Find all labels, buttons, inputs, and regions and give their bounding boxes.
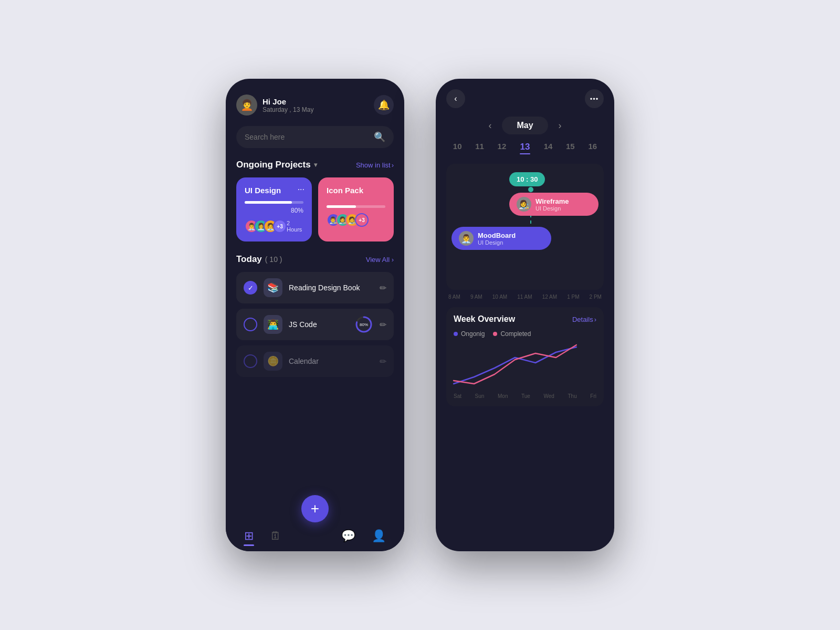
legend-dot-ongoing: [454, 332, 458, 336]
time-axis: 8 AM 9 AM 10 AM 11 AM 12 AM 1 PM 2 PM: [446, 294, 604, 300]
notification-button[interactable]: 🔔: [374, 95, 394, 115]
nav-chat[interactable]: 💬: [341, 529, 355, 543]
day-sat: Sat: [454, 393, 461, 399]
day-sun: Sun: [475, 393, 485, 399]
calendar-month: May: [502, 117, 548, 134]
card-footer: 👨‍🎨 👩‍🎨 🧑‍🎨 +3: [327, 213, 385, 227]
event-info-moodboard: MoodBoard UI Design: [478, 232, 516, 246]
task-name: JS Code: [289, 320, 348, 329]
week-overview-section: Week Overview Details › Ongonig Complete…: [446, 307, 604, 406]
greeting-hi: Hi Joe: [262, 97, 313, 106]
card-time: 2 Hours: [287, 220, 303, 233]
avatars-row: 👨‍🎨 👩‍🎨 🧑‍🎨 +3: [327, 213, 369, 227]
chevron-right-icon: ›: [392, 256, 394, 264]
ongoing-projects-header: Ongoing Projects ▾ Show in list ›: [236, 160, 394, 170]
time-9am: 9 AM: [470, 294, 482, 300]
task-progress-text: 80%: [360, 322, 368, 327]
legend-ongoing: Ongonig: [454, 330, 485, 338]
task-edit-icon[interactable]: ✏: [380, 356, 386, 366]
show-in-list-button[interactable]: Show in list ›: [356, 161, 394, 169]
task-name: Reading Design Book: [289, 284, 373, 292]
chevron-right-icon: ›: [392, 161, 394, 169]
date-14[interactable]: 14: [544, 142, 553, 154]
project-card-icon-pack[interactable]: Icon Pack 👨‍🎨 👩‍🎨 🧑‍🎨 +3: [318, 177, 394, 242]
task-item-calendar[interactable]: 🪙 Calendar ✏: [236, 345, 394, 377]
event-moodboard[interactable]: 👨‍💼 MoodBoard UI Design: [452, 227, 551, 250]
event-title: Wireframe: [536, 197, 569, 205]
progress-bar-bg: [245, 201, 303, 204]
task-check-pending: [244, 318, 257, 331]
time-2pm: 2 PM: [590, 294, 602, 300]
projects-row: UI Design ··· 80% 👨‍💼 👩‍💼 🧑‍💼 +3 2 Hours…: [236, 177, 394, 242]
event-title: MoodBoard: [478, 232, 516, 239]
nav-profile[interactable]: 👤: [372, 529, 386, 543]
fab-add-button[interactable]: +: [301, 495, 329, 522]
today-count: ( 10 ): [265, 255, 282, 264]
search-input[interactable]: [245, 133, 369, 141]
week-overview-title: Week Overview: [454, 314, 515, 324]
right-top-bar: ‹ •••: [446, 89, 604, 108]
card-footer: 👨‍💼 👩‍💼 🧑‍💼 +3 2 Hours: [245, 219, 303, 233]
chevron-down-icon: ▾: [314, 161, 317, 169]
task-item-reading[interactable]: ✓ 📚 Reading Design Book ✏: [236, 272, 394, 303]
date-16[interactable]: 16: [588, 142, 597, 154]
bottom-nav: ⊞ 🗓 💬 👤: [226, 523, 404, 551]
next-month-button[interactable]: ›: [559, 120, 562, 131]
time-pill: 10 : 30: [509, 172, 545, 186]
day-thu: Thu: [568, 393, 577, 399]
legend-completed: Completed: [493, 330, 531, 338]
project-card-title: Icon Pack: [327, 186, 385, 195]
legend-dot-completed: [493, 332, 497, 336]
date-13[interactable]: 13: [520, 142, 530, 154]
view-all-button[interactable]: View All ›: [366, 256, 394, 264]
task-edit-icon[interactable]: ✏: [380, 320, 386, 330]
project-card-ui-design[interactable]: UI Design ··· 80% 👨‍💼 👩‍💼 🧑‍💼 +3 2 Hours: [236, 177, 312, 242]
card-menu-icon[interactable]: ···: [298, 185, 304, 194]
time-10am: 10 AM: [492, 294, 507, 300]
task-progress-ring: 80%: [354, 315, 373, 334]
task-edit-icon[interactable]: ✏: [380, 283, 386, 293]
task-icon-reading: 📚: [264, 278, 282, 297]
details-button[interactable]: Details ›: [572, 316, 596, 323]
task-icon-jscode: 👨‍💻: [264, 315, 282, 334]
timeline-area: 10 : 30 👩‍🎨 Wireframe UI Design 👨‍💼 Mood…: [446, 164, 604, 290]
prev-month-button[interactable]: ‹: [488, 120, 491, 131]
more-button[interactable]: •••: [585, 89, 604, 108]
event-avatar-moodboard: 👨‍💼: [459, 231, 474, 246]
avatar: 🧑‍🦱: [236, 94, 257, 116]
event-wireframe[interactable]: 👩‍🎨 Wireframe UI Design: [509, 193, 598, 216]
task-name: Calendar: [289, 357, 373, 365]
more-icon: •••: [590, 95, 599, 103]
ongoing-projects-title: Ongoing Projects ▾: [236, 160, 317, 170]
user-info: 🧑‍🦱 Hi Joe Saturday , 13 May: [236, 94, 313, 116]
left-phone: 🧑‍🦱 Hi Joe Saturday , 13 May 🔔 🔍 Ongoing…: [226, 79, 404, 551]
day-fri: Fri: [590, 393, 596, 399]
avatars-row: 👨‍💼 👩‍💼 🧑‍💼 +3: [245, 219, 287, 233]
chart-days: Sat Sun Mon Tue Wed Thu Fri: [454, 393, 596, 399]
date-strip: 10 11 12 13 14 15 16: [446, 142, 604, 154]
task-icon-calendar: 🪙: [264, 352, 282, 371]
task-check-pending: [244, 354, 257, 368]
nav-home[interactable]: ⊞: [244, 529, 254, 543]
back-button[interactable]: ‹: [446, 89, 465, 108]
time-11am: 11 AM: [517, 294, 532, 300]
day-wed: Wed: [544, 393, 554, 399]
date-15[interactable]: 15: [566, 142, 575, 154]
greeting-text: Hi Joe Saturday , 13 May: [262, 97, 313, 113]
greeting-date: Saturday , 13 May: [262, 106, 313, 113]
search-bar[interactable]: 🔍: [236, 126, 394, 148]
chart-legend: Ongonig Completed: [454, 330, 596, 338]
event-info-wireframe: Wireframe UI Design: [536, 197, 569, 212]
date-12[interactable]: 12: [498, 142, 507, 154]
today-title: Today ( 10 ): [236, 254, 282, 265]
date-11[interactable]: 11: [475, 142, 484, 154]
task-item-jscode[interactable]: 👨‍💻 JS Code 80% ✏: [236, 309, 394, 340]
week-overview-header: Week Overview Details ›: [454, 314, 596, 324]
event-subtitle: UI Design: [478, 239, 516, 246]
progress-bar-fill: [327, 205, 356, 208]
time-12am: 12 AM: [542, 294, 557, 300]
nav-calendar[interactable]: 🗓: [270, 529, 281, 543]
day-tue: Tue: [521, 393, 530, 399]
date-10[interactable]: 10: [453, 142, 462, 154]
day-mon: Mon: [498, 393, 508, 399]
